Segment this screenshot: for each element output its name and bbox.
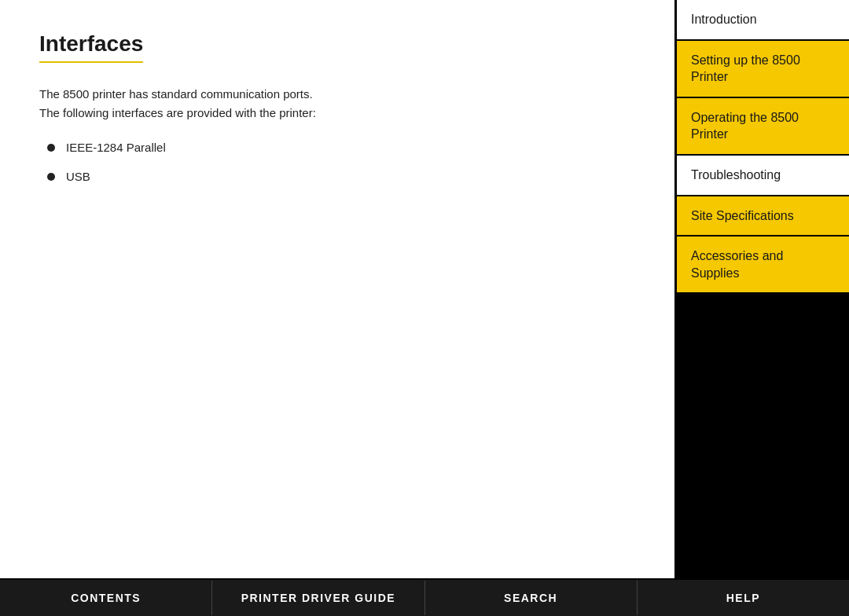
sidebar-item-accessories[interactable]: Accessories and Supplies [677,236,849,294]
toolbar-printer-driver-guide[interactable]: Printer Driver Guide [212,581,424,615]
toolbar-help[interactable]: Help [638,581,849,615]
sidebar: Introduction Setting up the 8500 Printer… [674,0,849,578]
list-item: USB [47,166,635,187]
bullet-text-1: IEEE-1284 Parallel [66,137,166,158]
toolbar-search[interactable]: Search [425,581,638,615]
page-title: Interfaces [39,31,143,63]
paragraph2: The following interfaces are provided wi… [39,106,316,119]
content-area: Interfaces The 8500 printer has standard… [0,0,674,578]
list-item: IEEE-1284 Parallel [47,137,635,158]
sidebar-item-troubleshooting[interactable]: Troubleshooting [677,156,849,196]
toolbar-contents[interactable]: Contents [0,581,212,615]
bullet-icon [47,144,55,152]
sidebar-item-setting-up[interactable]: Setting up the 8500 Printer [677,41,849,98]
intro-text: The 8500 printer has standard communicat… [39,85,635,123]
paragraph1: The 8500 printer has standard communicat… [39,87,313,101]
bottom-toolbar: Contents Printer Driver Guide Search Hel… [0,578,849,616]
bullet-text-2: USB [66,166,90,187]
sidebar-item-introduction[interactable]: Introduction [677,0,849,41]
bullet-list: IEEE-1284 Parallel USB [39,137,635,187]
main-container: Interfaces The 8500 printer has standard… [0,0,849,578]
sidebar-item-site-specifications[interactable]: Site Specifications [677,196,849,237]
sidebar-item-operating[interactable]: Operating the 8500 Printer [677,98,849,156]
bullet-icon [47,173,55,181]
